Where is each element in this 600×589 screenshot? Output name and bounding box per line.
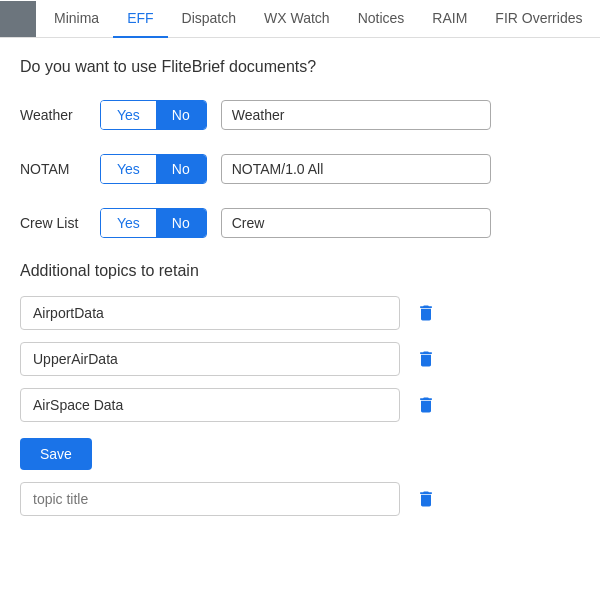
yes-button-2[interactable]: Yes (101, 209, 156, 237)
row-input-0[interactable] (221, 100, 491, 130)
yes-button-0[interactable]: Yes (101, 101, 156, 129)
app-logo (0, 1, 36, 37)
topic-input-1[interactable] (20, 342, 400, 376)
form-label-0: Weather (20, 107, 100, 123)
yes-button-1[interactable]: Yes (101, 155, 156, 183)
topic-delete-icon-1[interactable] (412, 345, 440, 373)
new-topic-row (20, 482, 580, 516)
tab-fir-overrides[interactable]: FIR Overrides (481, 0, 596, 38)
tab-notices[interactable]: Notices (344, 0, 419, 38)
new-topic-input[interactable] (20, 482, 400, 516)
form-rows: WeatherYesNoNOTAMYesNoCrew ListYesNo (20, 100, 580, 238)
main-content: Do you want to use FliteBrief documents?… (0, 38, 600, 548)
topic-input-0[interactable] (20, 296, 400, 330)
new-topic-delete-icon[interactable] (412, 485, 440, 513)
form-row-0: WeatherYesNo (20, 100, 580, 130)
save-button[interactable]: Save (20, 438, 92, 470)
tab-bar: MinimaEFFDispatchWX WatchNoticesRAIMFIR … (0, 0, 600, 38)
no-button-0[interactable]: No (156, 101, 206, 129)
save-row: Save (20, 434, 580, 470)
topic-delete-icon-2[interactable] (412, 391, 440, 419)
topics-container (20, 296, 580, 422)
topic-row-2 (20, 388, 580, 422)
form-row-1: NOTAMYesNo (20, 154, 580, 184)
topic-input-2[interactable] (20, 388, 400, 422)
topic-delete-icon-0[interactable] (412, 299, 440, 327)
form-label-2: Crew List (20, 215, 100, 231)
toggle-group-1: YesNo (100, 154, 207, 184)
tab-raim[interactable]: RAIM (418, 0, 481, 38)
topic-row-0 (20, 296, 580, 330)
topic-row-1 (20, 342, 580, 376)
page-title: Do you want to use FliteBrief documents? (20, 58, 580, 76)
row-input-1[interactable] (221, 154, 491, 184)
no-button-1[interactable]: No (156, 155, 206, 183)
toggle-group-0: YesNo (100, 100, 207, 130)
tab-dispatch[interactable]: Dispatch (168, 0, 250, 38)
form-row-2: Crew ListYesNo (20, 208, 580, 238)
no-button-2[interactable]: No (156, 209, 206, 237)
tab-minima[interactable]: Minima (40, 0, 113, 38)
form-label-1: NOTAM (20, 161, 100, 177)
row-input-2[interactable] (221, 208, 491, 238)
section-title: Additional topics to retain (20, 262, 580, 280)
tab-eff[interactable]: EFF (113, 0, 167, 38)
tab-wx-watch[interactable]: WX Watch (250, 0, 344, 38)
toggle-group-2: YesNo (100, 208, 207, 238)
